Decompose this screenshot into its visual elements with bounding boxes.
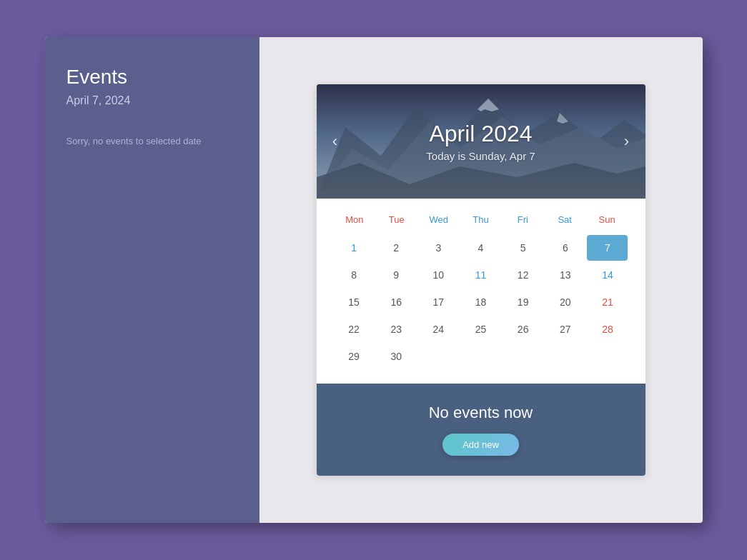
day-header-tue: Tue — [375, 210, 417, 229]
day-cell-28[interactable]: 28 — [587, 316, 628, 342]
day-cell-9[interactable]: 9 — [376, 262, 417, 288]
day-cell-13[interactable]: 13 — [545, 262, 585, 288]
day-cell-23[interactable]: 23 — [376, 316, 417, 342]
day-cell-4[interactable]: 4 — [460, 235, 501, 261]
day-headers-row: Mon Tue Wed Thu Fri Sat Sun — [334, 210, 628, 229]
next-month-button[interactable]: › — [614, 129, 640, 154]
day-cell-15[interactable]: 15 — [334, 289, 375, 315]
day-cell-7[interactable]: 7 — [587, 235, 628, 261]
day-cell-10[interactable]: 10 — [418, 262, 459, 288]
day-header-wed: Wed — [417, 210, 460, 229]
no-events-text: No events now — [429, 404, 533, 422]
calendar-header: ‹ April 2024 Today is Sunday, Apr 7 › — [317, 84, 645, 199]
day-cell-16[interactable]: 16 — [376, 289, 417, 315]
main-content: ‹ April 2024 Today is Sunday, Apr 7 › Mo… — [259, 37, 703, 523]
day-cell-27[interactable]: 27 — [545, 316, 585, 342]
add-new-button[interactable]: Add new — [442, 434, 519, 456]
events-footer: No events now Add new — [317, 384, 645, 476]
day-cell-1[interactable]: 1 — [334, 235, 375, 261]
app-container: Events April 7, 2024 Sorry, no events to… — [45, 37, 703, 523]
day-header-fri: Fri — [502, 210, 544, 229]
day-cell-3[interactable]: 3 — [418, 235, 459, 261]
prev-month-button[interactable]: ‹ — [322, 129, 348, 154]
calendar-grid: Mon Tue Wed Thu Fri Sat Sun 123456789101… — [317, 199, 645, 384]
calendar-month-year: April 2024 — [429, 121, 532, 147]
sidebar: Events April 7, 2024 Sorry, no events to… — [45, 37, 259, 523]
day-cell-24[interactable]: 24 — [418, 316, 459, 342]
day-cell-22[interactable]: 22 — [334, 316, 375, 342]
day-cell-26[interactable]: 26 — [503, 316, 543, 342]
day-cell-25[interactable]: 25 — [460, 316, 501, 342]
day-cell-18[interactable]: 18 — [460, 289, 501, 315]
day-cell-8[interactable]: 8 — [334, 262, 375, 288]
sidebar-no-events-msg: Sorry, no events to selected date — [66, 136, 238, 146]
calendar-today-text: Today is Sunday, Apr 7 — [426, 150, 535, 162]
day-cell-21[interactable]: 21 — [587, 289, 628, 315]
day-cell-17[interactable]: 17 — [418, 289, 459, 315]
day-cell-5[interactable]: 5 — [503, 235, 543, 261]
sidebar-date: April 7, 2024 — [66, 94, 238, 107]
day-cell-30[interactable]: 30 — [376, 344, 417, 369]
day-cell-11[interactable]: 11 — [460, 262, 501, 288]
sidebar-title: Events — [66, 66, 238, 89]
day-cell-20[interactable]: 20 — [545, 289, 585, 315]
day-cell-12[interactable]: 12 — [503, 262, 543, 288]
day-cell-29[interactable]: 29 — [334, 344, 375, 369]
day-cell-6[interactable]: 6 — [545, 235, 585, 261]
days-grid: 1234567891011121314151617181920212223242… — [334, 235, 628, 369]
calendar-card: ‹ April 2024 Today is Sunday, Apr 7 › Mo… — [317, 84, 645, 476]
day-header-thu: Thu — [460, 210, 502, 229]
day-header-sat: Sat — [544, 210, 586, 229]
day-header-mon: Mon — [334, 210, 376, 229]
day-header-sun: Sun — [586, 210, 628, 229]
day-cell-19[interactable]: 19 — [503, 289, 543, 315]
day-cell-14[interactable]: 14 — [587, 262, 628, 288]
day-cell-2[interactable]: 2 — [376, 235, 417, 261]
